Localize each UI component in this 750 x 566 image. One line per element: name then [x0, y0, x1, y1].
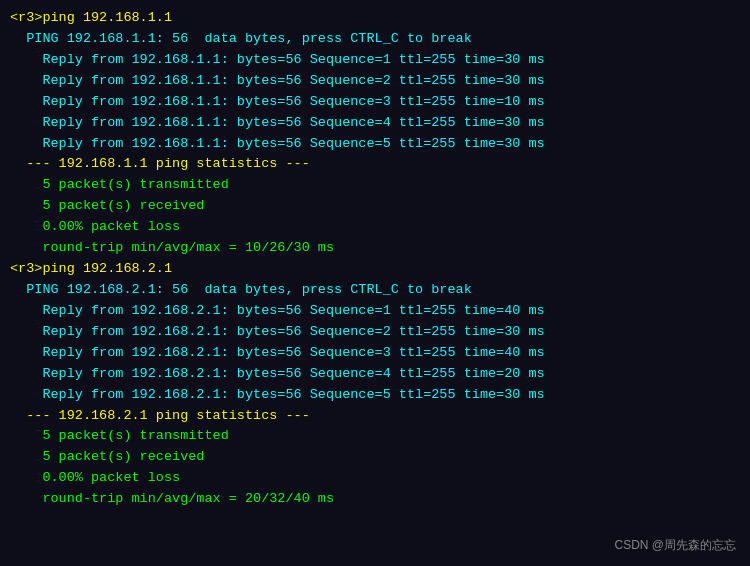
terminal-line: 5 packet(s) received — [10, 447, 740, 468]
terminal-line: Reply from 192.168.1.1: bytes=56 Sequenc… — [10, 50, 740, 71]
terminal-line: <r3>ping 192.168.2.1 — [10, 259, 740, 280]
terminal-line: 0.00% packet loss — [10, 217, 740, 238]
terminal-line: Reply from 192.168.1.1: bytes=56 Sequenc… — [10, 134, 740, 155]
terminal-line: --- 192.168.2.1 ping statistics --- — [10, 406, 740, 427]
terminal-line: Reply from 192.168.2.1: bytes=56 Sequenc… — [10, 385, 740, 406]
terminal-line: Reply from 192.168.1.1: bytes=56 Sequenc… — [10, 92, 740, 113]
terminal-line: Reply from 192.168.1.1: bytes=56 Sequenc… — [10, 71, 740, 92]
terminal-line: 5 packet(s) transmitted — [10, 175, 740, 196]
terminal-line: Reply from 192.168.2.1: bytes=56 Sequenc… — [10, 301, 740, 322]
terminal-line: round-trip min/avg/max = 20/32/40 ms — [10, 489, 740, 510]
terminal-line: PING 192.168.1.1: 56 data bytes, press C… — [10, 29, 740, 50]
terminal-line: round-trip min/avg/max = 10/26/30 ms — [10, 238, 740, 259]
terminal-line: --- 192.168.1.1 ping statistics --- — [10, 154, 740, 175]
terminal-line: Reply from 192.168.1.1: bytes=56 Sequenc… — [10, 113, 740, 134]
terminal-line: 5 packet(s) transmitted — [10, 426, 740, 447]
terminal-line: Reply from 192.168.2.1: bytes=56 Sequenc… — [10, 343, 740, 364]
watermark: CSDN @周先森的忘忘 — [614, 537, 736, 554]
terminal-line: 5 packet(s) received — [10, 196, 740, 217]
terminal-line: 0.00% packet loss — [10, 468, 740, 489]
terminal-line: <r3>ping 192.168.1.1 — [10, 8, 740, 29]
terminal-line: PING 192.168.2.1: 56 data bytes, press C… — [10, 280, 740, 301]
terminal-line: Reply from 192.168.2.1: bytes=56 Sequenc… — [10, 322, 740, 343]
terminal-line: Reply from 192.168.2.1: bytes=56 Sequenc… — [10, 364, 740, 385]
terminal-window: <r3>ping 192.168.1.1 PING 192.168.1.1: 5… — [0, 0, 750, 566]
